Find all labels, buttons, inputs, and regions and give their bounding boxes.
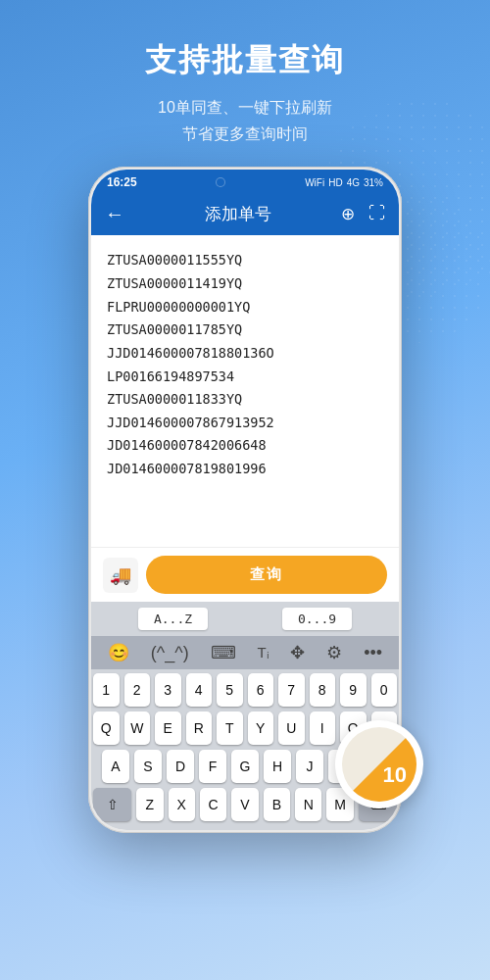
- key-r[interactable]: R: [186, 711, 213, 745]
- key-h[interactable]: H: [264, 750, 291, 783]
- move-icon[interactable]: ✥: [290, 642, 305, 663]
- key-4[interactable]: 4: [186, 673, 213, 707]
- key-u[interactable]: U: [278, 711, 305, 745]
- battery-icon: 31%: [364, 177, 383, 188]
- status-time: 16:25: [107, 175, 137, 189]
- key-i[interactable]: I: [310, 711, 336, 745]
- key-d[interactable]: D: [167, 750, 194, 783]
- badge-circle: 10: [335, 720, 423, 808]
- key-q[interactable]: Q: [93, 711, 120, 745]
- query-button[interactable]: 查询: [146, 556, 387, 594]
- scan-icon[interactable]: ⊕: [341, 204, 355, 224]
- data-icon: HD: [328, 177, 342, 188]
- more-icon[interactable]: •••: [364, 643, 382, 663]
- tracking-list-area: ZTUSA0000011555YQ ZTUSA0000011419YQ FLPR…: [91, 235, 399, 547]
- screen-title: 添加单号: [134, 203, 341, 225]
- key-f[interactable]: F: [199, 750, 226, 783]
- keyboard-icon[interactable]: ⌨: [211, 642, 236, 663]
- tracking-number-7: ZTUSA0000011833YQ: [107, 388, 383, 412]
- camera-notch: [216, 177, 225, 187]
- key-6[interactable]: 6: [248, 673, 274, 707]
- tracking-number-10: JD014600007819801996: [107, 458, 383, 481]
- key-w[interactable]: W: [124, 711, 151, 745]
- key-5[interactable]: 5: [217, 673, 243, 707]
- key-c[interactable]: C: [200, 788, 226, 821]
- query-bar: 🚚 查询: [91, 547, 399, 602]
- key-a[interactable]: A: [102, 750, 129, 783]
- tracking-number-3: FLPRU00000000001YQ: [107, 296, 383, 319]
- status-bar: 16:25 WiFi HD 4G 31%: [91, 170, 399, 193]
- key-9[interactable]: 9: [340, 673, 367, 707]
- key-z[interactable]: Z: [136, 788, 163, 821]
- page-title: 支持批量查询: [145, 39, 345, 82]
- subtitle-line1: 10单同查、一键下拉刷新: [158, 99, 332, 116]
- keyboard-top-bar: A...Z 0...9: [91, 602, 399, 636]
- tracking-number-9: JD014600007842006648: [107, 434, 383, 458]
- tracking-number-2: ZTUSA0000011419YQ: [107, 272, 383, 296]
- kaomoji-icon[interactable]: (^_^): [151, 643, 189, 663]
- key-g[interactable]: G: [231, 750, 259, 783]
- subtitle-line2: 节省更多查询时间: [182, 125, 308, 142]
- key-1[interactable]: 1: [93, 673, 120, 707]
- title-bar: ← 添加单号 ⊕ ⛶: [91, 193, 399, 235]
- tracking-number-6: LP00166194897534: [107, 366, 383, 389]
- alpha-switch[interactable]: A...Z: [138, 608, 208, 630]
- key-2[interactable]: 2: [124, 673, 151, 707]
- key-e[interactable]: E: [155, 711, 181, 745]
- key-y[interactable]: Y: [248, 711, 274, 745]
- emoji-icon[interactable]: 😊: [108, 642, 129, 663]
- text-style-icon[interactable]: Tᵢ: [257, 644, 269, 662]
- tracking-number-8: JJD014600007867913952: [107, 412, 383, 435]
- data-4g-icon: 4G: [347, 177, 360, 188]
- key-0[interactable]: 0: [371, 673, 398, 707]
- key-7[interactable]: 7: [278, 673, 305, 707]
- page-subtitle: 10单同查、一键下拉刷新 节省更多查询时间: [145, 94, 345, 147]
- keyboard-toolbar: 😊 (^_^) ⌨ Tᵢ ✥ ⚙ •••: [91, 636, 399, 669]
- badge-inner: 10: [342, 727, 416, 802]
- tracking-number-1: ZTUSA0000011555YQ: [107, 249, 383, 272]
- key-n[interactable]: N: [295, 788, 321, 821]
- tracking-number-4: ZTUSA0000011785YQ: [107, 318, 383, 342]
- keyboard-row-numbers: 1 2 3 4 5 6 7 8 9 0: [93, 673, 397, 707]
- status-icons: WiFi HD 4G 31%: [305, 177, 383, 188]
- key-s[interactable]: S: [134, 750, 162, 783]
- key-j[interactable]: J: [296, 750, 323, 783]
- key-v[interactable]: V: [231, 788, 258, 821]
- key-b[interactable]: B: [264, 788, 290, 821]
- title-bar-actions: ⊕ ⛶: [341, 204, 385, 224]
- key-8[interactable]: 8: [310, 673, 336, 707]
- badge-count: 10: [383, 762, 407, 788]
- key-3[interactable]: 3: [155, 673, 181, 707]
- header-section: 支持批量查询 10单同查、一键下拉刷新 节省更多查询时间: [125, 0, 365, 167]
- fullscreen-icon[interactable]: ⛶: [368, 204, 385, 224]
- back-button[interactable]: ←: [105, 203, 124, 225]
- numeric-switch[interactable]: 0...9: [282, 608, 352, 630]
- phone-container: 16:25 WiFi HD 4G 31% ← 添加单号 ⊕ ⛶: [88, 167, 402, 980]
- tracking-number-5: JJD01460000781880136O: [107, 342, 383, 366]
- wifi-icon: WiFi: [305, 177, 324, 188]
- key-t[interactable]: T: [217, 711, 243, 745]
- settings-icon[interactable]: ⚙: [326, 642, 342, 663]
- shift-key[interactable]: ⇧: [93, 788, 131, 821]
- key-x[interactable]: X: [169, 788, 195, 821]
- truck-icon: 🚚: [103, 558, 138, 593]
